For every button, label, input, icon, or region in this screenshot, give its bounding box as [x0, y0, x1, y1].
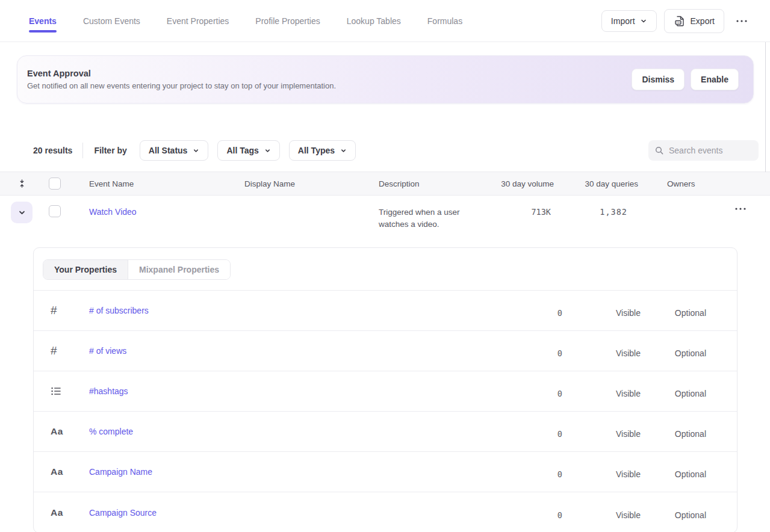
- property-queries: 0: [502, 389, 562, 398]
- property-name-link[interactable]: Campaign Source: [89, 508, 157, 518]
- property-row: Aa % complete 0 Visible Optional: [34, 412, 737, 452]
- banner-subtitle: Get notified on all new events entering …: [27, 81, 336, 90]
- tab-profile-properties[interactable]: Profile Properties: [255, 0, 320, 42]
- property-queries: 0: [502, 469, 562, 479]
- property-requirement: Optional: [641, 348, 706, 358]
- property-name-link[interactable]: # of views: [89, 346, 126, 356]
- property-name-link[interactable]: # of subscribers: [89, 306, 149, 315]
- text-type-icon: Aa: [51, 507, 63, 518]
- number-type-icon: #: [51, 304, 57, 317]
- search-box: [648, 140, 759, 161]
- column-description: Description: [379, 179, 494, 188]
- search-input[interactable]: [669, 146, 753, 155]
- filter-bar: 20 results Filter by All Status All Tags…: [0, 140, 770, 161]
- text-type-icon: Aa: [51, 466, 63, 477]
- property-row: #hashtags 0 Visible Optional: [34, 371, 737, 412]
- collapse-all-button[interactable]: [16, 178, 28, 190]
- status-filter-dropdown[interactable]: All Status: [140, 140, 209, 161]
- tab-events[interactable]: Events: [29, 0, 57, 42]
- export-button-label: Export: [691, 16, 715, 26]
- banner-text: Event Approval Get notified on all new e…: [27, 69, 336, 90]
- property-queries: 0: [502, 510, 562, 520]
- property-row: Aa Campaign Name 0 Visible Optional: [34, 452, 737, 492]
- event-queries: 1,382: [554, 207, 638, 217]
- ellipsis-icon: [736, 20, 747, 22]
- property-requirement: Optional: [641, 389, 706, 398]
- results-count: 20 results: [33, 146, 72, 155]
- top-navigation: Events Custom Events Event Properties Pr…: [0, 0, 770, 42]
- filter-dropdowns: All Status All Tags All Types: [140, 140, 356, 161]
- scroll-edge-divider: [765, 42, 766, 172]
- property-visibility: Visible: [562, 429, 641, 439]
- property-row: # # of views 0 Visible Optional: [34, 331, 737, 371]
- properties-tabs: Your Properties Mixpanel Properties: [43, 259, 231, 280]
- tab-formulas[interactable]: Formulas: [427, 0, 462, 42]
- export-button[interactable]: csv Export: [664, 9, 724, 33]
- property-requirement: Optional: [641, 469, 706, 479]
- tags-filter-dropdown[interactable]: All Tags: [217, 140, 279, 161]
- event-name-link[interactable]: Watch Video: [89, 207, 137, 217]
- enable-button[interactable]: Enable: [691, 69, 739, 90]
- tab-mixpanel-properties[interactable]: Mixpanel Properties: [128, 260, 230, 279]
- tab-lookup-tables[interactable]: Lookup Tables: [347, 0, 401, 42]
- property-requirement: Optional: [641, 429, 706, 439]
- ellipsis-icon: [735, 208, 746, 210]
- csv-file-icon: csv: [674, 15, 686, 27]
- more-options-button[interactable]: [731, 16, 752, 26]
- types-filter-label: All Types: [298, 146, 335, 155]
- dismiss-button[interactable]: Dismiss: [632, 69, 685, 90]
- chevron-down-icon: [18, 209, 26, 217]
- property-row: Aa Campaign Source 0 Visible Optional: [34, 492, 737, 532]
- chevron-down-icon: [640, 17, 647, 25]
- list-type-icon: [51, 386, 61, 397]
- property-row: # # of subscribers 0 Visible Optional: [34, 291, 737, 331]
- import-button-label: Import: [611, 16, 635, 26]
- event-approval-banner: Event Approval Get notified on all new e…: [17, 55, 754, 104]
- number-type-icon: #: [51, 344, 57, 357]
- import-button[interactable]: Import: [601, 10, 657, 32]
- event-properties-panel: Your Properties Mixpanel Properties # # …: [33, 247, 737, 532]
- column-owners: Owners: [638, 179, 698, 188]
- property-name-link[interactable]: #hashtags: [89, 386, 128, 396]
- tags-filter-label: All Tags: [226, 146, 258, 155]
- filter-by-label: Filter by: [94, 146, 126, 155]
- property-queries: 0: [502, 429, 562, 439]
- column-event-name: Event Name: [89, 179, 244, 188]
- property-visibility: Visible: [562, 469, 641, 479]
- row-more-options-button[interactable]: [731, 204, 750, 214]
- event-volume: 713K: [494, 207, 554, 217]
- divider: [82, 143, 83, 158]
- column-display-name: Display Name: [244, 179, 379, 188]
- search-icon: [654, 146, 664, 155]
- collapse-row-button[interactable]: [11, 202, 33, 223]
- collapse-rows-icon: [17, 179, 26, 188]
- chevron-down-icon: [340, 147, 347, 154]
- property-requirement: Optional: [641, 308, 706, 318]
- lexicon-tabs: Events Custom Events Event Properties Pr…: [29, 0, 462, 42]
- events-table-header: Event Name Display Name Description 30 d…: [0, 172, 770, 196]
- banner-title: Event Approval: [27, 69, 336, 78]
- tab-your-properties[interactable]: Your Properties: [43, 260, 128, 279]
- property-name-link[interactable]: Campaign Name: [89, 467, 152, 477]
- table-row-watch-video: Watch Video Triggered when a user watche…: [0, 196, 770, 234]
- tab-event-properties[interactable]: Event Properties: [167, 0, 229, 42]
- column-queries: 30 day queries: [554, 179, 638, 188]
- column-volume: 30 day volume: [494, 179, 554, 188]
- select-all-checkbox[interactable]: [49, 178, 61, 190]
- top-nav-actions: Import csv Export: [601, 9, 752, 33]
- event-description: Triggered when a user watches a video.: [379, 206, 494, 230]
- tab-custom-events[interactable]: Custom Events: [83, 0, 140, 42]
- row-checkbox[interactable]: [49, 205, 61, 217]
- property-name-link[interactable]: % complete: [89, 427, 133, 436]
- property-queries: 0: [502, 348, 562, 358]
- chevron-down-icon: [264, 147, 271, 154]
- properties-tabstrip: Your Properties Mixpanel Properties: [34, 248, 737, 290]
- property-visibility: Visible: [562, 510, 641, 520]
- svg-text:csv: csv: [675, 20, 681, 23]
- text-type-icon: Aa: [51, 426, 63, 437]
- property-visibility: Visible: [562, 389, 641, 398]
- property-queries: 0: [502, 308, 562, 318]
- property-visibility: Visible: [562, 348, 641, 358]
- types-filter-dropdown[interactable]: All Types: [289, 140, 356, 161]
- status-filter-label: All Status: [149, 146, 188, 155]
